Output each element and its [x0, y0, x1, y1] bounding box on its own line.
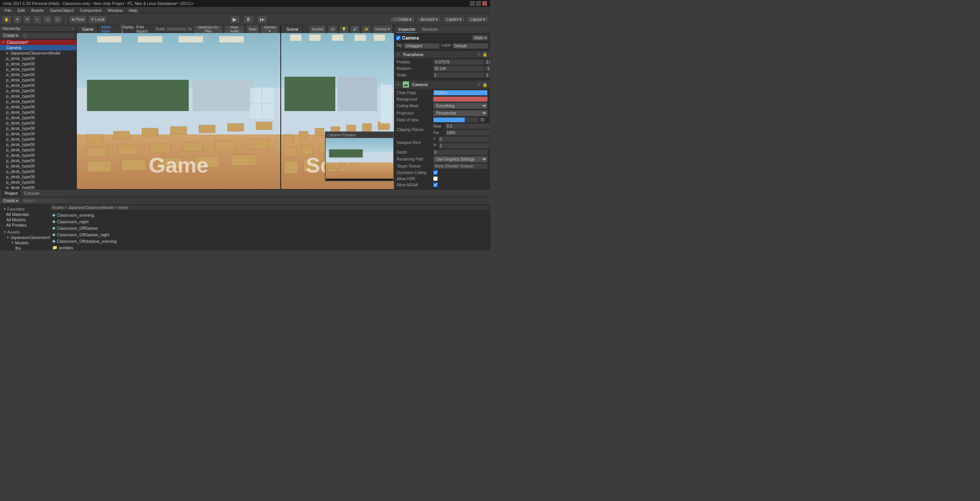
asset-item-classroom-offshadow-evening[interactable]: ◆ Classroom_Offshadow_evening [51, 238, 489, 244]
hierarchy-item-desk-7[interactable]: p_desk_type00 [0, 93, 76, 99]
culling-mask-dropdown[interactable]: Everything [433, 103, 488, 109]
asset-item-classroom-night[interactable]: ◆ Classroom_night [51, 218, 489, 225]
pause-button[interactable]: ⏸ [243, 15, 254, 24]
camera-settings-icon[interactable]: ⚙ [477, 82, 481, 87]
hierarchy-item-desk-9[interactable]: p_desk_type00 [0, 104, 76, 109]
menu-edit[interactable]: Edit [15, 7, 28, 14]
hierarchy-item-desk-23[interactable]: p_desk_type00 [0, 179, 76, 185]
close-button[interactable] [482, 1, 487, 6]
tree-item-assets[interactable]: ▼ Assets [2, 229, 48, 235]
tab-game[interactable]: Game [78, 25, 98, 33]
viewport-w-field[interactable] [439, 143, 490, 149]
clear-flags-dropdown[interactable]: Skybox [433, 90, 488, 96]
target-texture-field[interactable]: None (Render Texture) [433, 163, 488, 169]
game-gizmos-button[interactable]: Gizmos ▾ [261, 25, 279, 33]
play-button[interactable]: ▶ [229, 15, 240, 24]
move-tool[interactable]: ✛ [13, 15, 22, 24]
hierarchy-item-desk-19[interactable]: p_desk_type00 [0, 158, 76, 163]
rotate-tool[interactable]: ↻ [23, 15, 31, 24]
scale-tool[interactable]: ⤡ [33, 15, 41, 24]
tab-inspector[interactable]: Inspector [397, 26, 417, 33]
transform-lock-icon[interactable]: 🔒 [482, 52, 488, 57]
camera-component-header[interactable]: ✓ 📷 Camera ⚙ 🔒 [394, 80, 490, 89]
maximize-play-button[interactable]: Maximize On Play [194, 25, 223, 33]
hierarchy-item-desk-22[interactable]: p_desk_type00 [0, 174, 76, 179]
maximize-button[interactable] [476, 1, 481, 6]
tree-item-favorites[interactable]: ▼ Favorites [2, 206, 48, 212]
scale-x-field[interactable] [433, 72, 484, 78]
shaded-button[interactable]: Shaded [309, 25, 326, 33]
scene-gizmos-button[interactable]: Gizmos ▾ [372, 25, 392, 33]
inspector-object-enabled-checkbox[interactable] [396, 36, 401, 40]
hierarchy-item-desk-18[interactable]: p_desk_type00 [0, 153, 76, 158]
game-aspect-label[interactable]: Free Aspect [136, 25, 154, 33]
scene-audio-button[interactable]: 🔊 [350, 25, 360, 33]
stats-button[interactable]: Stats [246, 25, 260, 33]
camera-lock-icon[interactable]: 🔒 [482, 82, 488, 87]
tree-item-all-materials[interactable]: All Materials [2, 212, 48, 217]
hierarchy-item-desk-24[interactable]: p_desk_type00 [0, 185, 76, 189]
rotation-y-field[interactable] [485, 66, 490, 71]
inspector-tag-dropdown[interactable]: Untagged [404, 43, 440, 49]
scene-light-button[interactable]: 💡 [339, 25, 349, 33]
inspector-static-button[interactable]: Static ▾ [472, 35, 488, 41]
tree-item-models[interactable]: ▼ Models [2, 240, 48, 246]
tree-item-jcm[interactable]: ▼ JapaneseClassroomModel [2, 235, 48, 240]
hierarchy-item-camera[interactable]: Camera [0, 45, 76, 50]
collab-button[interactable]: ⬡ Collab ▾ [390, 16, 415, 23]
account-button[interactable]: Account ▾ [417, 16, 441, 23]
mute-audio-button[interactable]: Mute Audio [224, 25, 245, 33]
tab-project[interactable]: Project [2, 189, 21, 197]
menu-help[interactable]: Help [126, 7, 141, 14]
background-color-preview[interactable] [433, 96, 488, 102]
far-field[interactable] [445, 130, 490, 136]
hierarchy-item-model[interactable]: ▶ JapaneseClassroomModel [0, 50, 76, 56]
project-create-button[interactable]: Create ▾ [2, 198, 20, 204]
hierarchy-item-desk-0[interactable]: p_desk_type00 [0, 56, 76, 61]
rect-tool[interactable]: ▭ [43, 15, 52, 24]
asset-item-prefabs[interactable]: 📁 prefabs [51, 244, 489, 250]
tab-console[interactable]: Console [21, 189, 42, 197]
transform-tool[interactable]: ⬡ [53, 15, 62, 24]
hierarchy-item-desk-16[interactable]: p_desk_type00 [0, 142, 76, 147]
asset-item-classroom-offsadow-night[interactable]: ◆ Classroom_OffSadow_night [51, 231, 489, 238]
game-display-label[interactable]: Display 1 [121, 25, 134, 33]
layers-button[interactable]: Layers ▾ [443, 16, 465, 23]
hierarchy-item-desk-1[interactable]: p_desk_type00 [0, 61, 76, 66]
menu-file[interactable]: File [2, 7, 15, 14]
fov-slider[interactable] [433, 117, 478, 123]
hierarchy-item-desk-14[interactable]: p_desk_type00 [0, 131, 76, 136]
hierarchy-item-desk-13[interactable]: p_desk_type00 [0, 126, 76, 131]
hierarchy-create-button[interactable]: Create ▾ [2, 33, 20, 38]
hierarchy-item-desk-15[interactable]: p_desk_type00 [0, 136, 76, 142]
hierarchy-item-desk-4[interactable]: p_desk_type00 [0, 77, 76, 83]
asset-item-classroom-offsadow[interactable]: ◆ Classroom_OffSadow [51, 225, 489, 231]
allow-msaa-checkbox[interactable] [433, 182, 438, 187]
rendering-path-dropdown[interactable]: Use Graphics Settings [433, 156, 488, 163]
menu-component[interactable]: Component [76, 7, 104, 14]
transform-settings-icon[interactable]: ⚙ [477, 52, 481, 57]
tab-scene[interactable]: Scene [283, 25, 303, 33]
menu-gameobject[interactable]: GameObject [47, 7, 77, 14]
hierarchy-item-desk-8[interactable]: p_desk_type00 [0, 99, 76, 104]
layout-button[interactable]: Layout ▾ [467, 16, 488, 23]
local-button[interactable]: ⟳ Local [88, 15, 107, 24]
project-search-input[interactable] [22, 198, 68, 204]
hierarchy-item-desk-5[interactable]: p_desk_type00 [0, 83, 76, 88]
hierarchy-item-desk-11[interactable]: p_desk_type00 [0, 115, 76, 120]
rotation-x-field[interactable] [433, 66, 484, 71]
hierarchy-item-desk-2[interactable]: p_desk_type00 [0, 66, 76, 72]
menu-window[interactable]: Window [104, 7, 126, 14]
transform-component-header[interactable]: ✓ Transform ⚙ 🔒 [394, 51, 490, 58]
scene-fx-button[interactable]: ✨ [361, 25, 371, 33]
hierarchy-item-desk-12[interactable]: p_desk_type00 [0, 120, 76, 126]
depth-field[interactable] [433, 149, 488, 155]
tree-item-all-models[interactable]: All Models [2, 217, 48, 222]
tree-item-fbx[interactable]: fbx [2, 246, 48, 250]
hierarchy-item-desk-10[interactable]: p_desk_type00 [0, 109, 76, 115]
asset-item-classroom-evening[interactable]: ◆ Classroom_evening [51, 212, 489, 218]
hierarchy-item-desk-17[interactable]: p_desk_type00 [0, 147, 76, 153]
2d-button[interactable]: 2D [328, 25, 338, 33]
inspector-layer-dropdown[interactable]: Default [452, 43, 488, 49]
near-field[interactable] [445, 123, 490, 129]
